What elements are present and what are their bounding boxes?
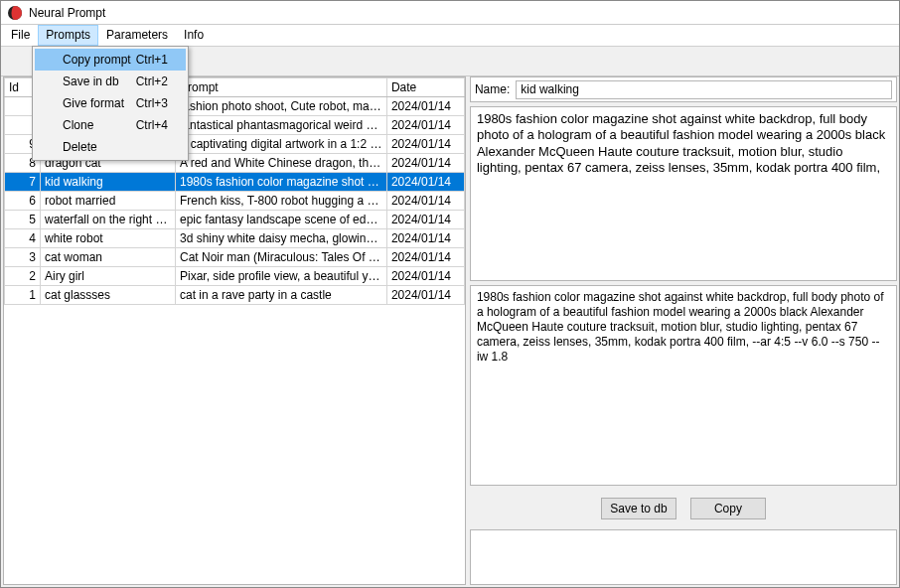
prompt-full-box[interactable]: 1980s fashion color magazine shot agains… — [470, 285, 897, 486]
cell-date: 2024/01/14 — [386, 97, 464, 116]
app-window: Neural Prompt File Prompts Parameters In… — [0, 0, 900, 588]
cell-name: cat glassses — [41, 286, 176, 305]
cell-id: 4 — [5, 229, 41, 248]
col-header-date[interactable]: Date — [386, 78, 464, 97]
cell-date: 2024/01/14 — [386, 192, 464, 211]
table-row[interactable]: 3cat womanCat Noir man (Miraculous: Tale… — [5, 248, 465, 267]
cell-prompt: Pixar, side profile view, a beautiful yo… — [176, 267, 387, 286]
dropdown-item-shortcut: Ctrl+1 — [136, 53, 168, 67]
dropdown-item-label: Clone — [63, 118, 93, 132]
table-row[interactable]: 5waterfall on the right sideepic fantasy… — [5, 211, 465, 229]
prompt-preview-box[interactable]: 1980s fashion color magazine shot agains… — [470, 106, 897, 281]
menu-info[interactable]: Info — [176, 25, 212, 46]
dropdown-clone[interactable]: Clone Ctrl+4 — [35, 114, 186, 136]
cell-date: 2024/01/14 — [386, 248, 464, 267]
menubar: File Prompts Parameters Info — [1, 25, 899, 47]
cell-date: 2024/01/14 — [386, 286, 464, 305]
cell-date: 2024/01/14 — [386, 116, 464, 135]
app-icon — [7, 5, 23, 21]
save-to-db-button[interactable]: Save to db — [601, 498, 676, 519]
cell-prompt: Cat Noir man (Miraculous: Tales Of Lady.… — [176, 248, 387, 267]
cell-id: 7 — [5, 173, 41, 192]
table-row[interactable]: 7kid walking1980s fashion color magazine… — [5, 173, 465, 192]
cell-id: 5 — [5, 211, 41, 229]
app-title: Neural Prompt — [29, 6, 105, 20]
titlebar: Neural Prompt — [1, 1, 899, 25]
dropdown-give-format[interactable]: Give format Ctrl+3 — [35, 92, 186, 114]
cell-date: 2024/01/14 — [386, 211, 464, 229]
cell-prompt: fantastical phantasmagorical weird creat… — [176, 116, 387, 135]
prompts-dropdown: Copy prompt Ctrl+1 Save in db Ctrl+2 Giv… — [32, 46, 189, 161]
menu-file[interactable]: File — [3, 25, 38, 46]
dropdown-item-label: Delete — [63, 140, 97, 154]
cell-id: 2 — [5, 267, 41, 286]
cell-date: 2024/01/14 — [386, 154, 464, 173]
dropdown-item-label: Copy prompt — [63, 53, 131, 67]
detail-buttons: Save to db Copy — [470, 490, 897, 525]
cell-id: 6 — [5, 192, 41, 211]
bottom-empty-box — [470, 529, 897, 585]
name-field-row: Name: — [470, 76, 897, 102]
name-input[interactable] — [516, 80, 892, 99]
dropdown-item-label: Give format — [63, 96, 124, 110]
dropdown-save-in-db[interactable]: Save in db Ctrl+2 — [35, 71, 186, 92]
table-row[interactable]: 4white robot3d shiny white daisy mecha, … — [5, 229, 465, 248]
menu-prompts[interactable]: Prompts — [38, 25, 98, 46]
table-row[interactable]: 2Airy girlPixar, side profile view, a be… — [5, 267, 465, 286]
cell-prompt: 1980s fashion color magazine shot again.… — [176, 173, 387, 192]
cell-id: 1 — [5, 286, 41, 305]
cell-prompt: fashion photo shoot, Cute robot, matte .… — [176, 97, 387, 116]
table-row[interactable]: 6robot marriedFrench kiss, T-800 robot h… — [5, 192, 465, 211]
cell-name: white robot — [41, 229, 176, 248]
cell-name: cat woman — [41, 248, 176, 267]
table-row[interactable]: 1cat glasssescat in a rave party in a ca… — [5, 286, 465, 305]
dropdown-item-label: Save in db — [63, 74, 119, 88]
dropdown-delete[interactable]: Delete — [35, 136, 186, 158]
cell-prompt: epic fantasy landscape scene of edge of.… — [176, 211, 387, 229]
cell-name: waterfall on the right side — [41, 211, 176, 229]
dropdown-copy-prompt[interactable]: Copy prompt Ctrl+1 — [35, 49, 186, 71]
cell-prompt: 3d shiny white daisy mecha, glowing yell… — [176, 229, 387, 248]
cell-prompt: A captivating digital artwork in a 1:2 a… — [176, 135, 387, 154]
name-label: Name: — [475, 82, 510, 96]
cell-prompt: French kiss, T-800 robot hugging a blon.… — [176, 192, 387, 211]
cell-name: kid walking — [41, 173, 176, 192]
cell-date: 2024/01/14 — [386, 229, 464, 248]
cell-name: Airy girl — [41, 267, 176, 286]
dropdown-item-shortcut: Ctrl+4 — [136, 118, 168, 132]
detail-pane: Name: 1980s fashion color magazine shot … — [470, 76, 897, 585]
menu-parameters[interactable]: Parameters — [98, 25, 176, 46]
cell-date: 2024/01/14 — [386, 267, 464, 286]
cell-date: 2024/01/14 — [386, 173, 464, 192]
dropdown-item-shortcut: Ctrl+3 — [136, 96, 168, 110]
copy-button[interactable]: Copy — [690, 498, 766, 519]
cell-prompt: A red and White Chinese dragon, the dr..… — [176, 154, 387, 173]
col-header-prompt[interactable]: Prompt — [176, 78, 387, 97]
cell-id: 3 — [5, 248, 41, 267]
cell-name: robot married — [41, 192, 176, 211]
dropdown-item-shortcut: Ctrl+2 — [136, 74, 168, 88]
cell-prompt: cat in a rave party in a castle — [176, 286, 387, 305]
cell-date: 2024/01/14 — [386, 135, 464, 154]
